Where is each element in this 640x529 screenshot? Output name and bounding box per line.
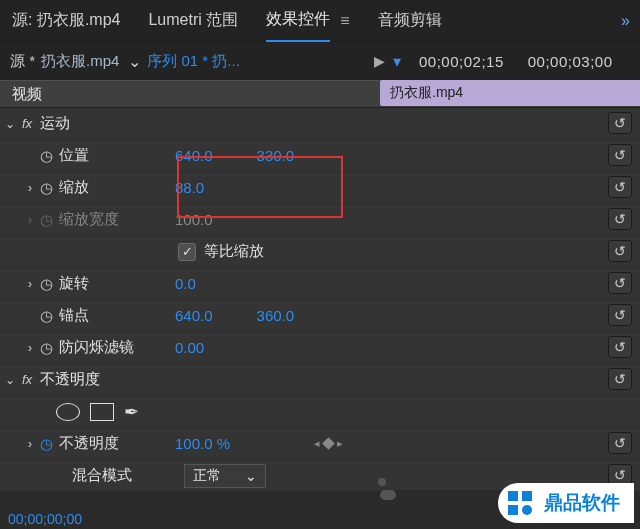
reset-uniform-button[interactable]: ↺ [608, 240, 632, 262]
source-clip-name[interactable]: 扔衣服.mp4 [41, 52, 119, 71]
scrollbar-thumb[interactable] [380, 490, 396, 500]
uniform-scale-label: 等比缩放 [204, 242, 264, 261]
reset-position-button[interactable]: ↺ [608, 144, 632, 166]
opacity-input[interactable]: 100.0 % [171, 433, 234, 454]
stopwatch-icon[interactable]: ◷ [40, 275, 53, 293]
twirl-motion[interactable] [0, 117, 20, 131]
stopwatch-icon: ◷ [40, 211, 53, 229]
blend-mode-select[interactable]: 正常 ⌄ [184, 464, 266, 488]
effect-opacity[interactable]: 不透明度 [40, 370, 100, 389]
anchor-x-input[interactable]: 640.0 [171, 305, 217, 326]
keyframe-nav[interactable]: ◂ ▸ [314, 437, 343, 450]
chevron-down-icon: ⌄ [245, 468, 257, 484]
sequence-caret-icon[interactable]: ⌄ [119, 52, 141, 71]
watermark-logo-icon [508, 491, 534, 515]
twirl-opacity[interactable] [20, 437, 40, 451]
reset-scale-width-button[interactable]: ↺ [608, 208, 632, 230]
twirl-flicker[interactable] [20, 341, 40, 355]
timecode-1: 00;00;02;15 [419, 53, 504, 70]
timecode-2: 00;00;03;00 [528, 53, 613, 70]
flicker-input[interactable]: 0.00 [171, 337, 208, 358]
position-x-input[interactable]: 640.0 [171, 145, 217, 166]
prop-anchor-label: 锚点 [59, 306, 171, 325]
twirl-scale[interactable] [20, 181, 40, 195]
stopwatch-icon[interactable]: ◷ [40, 339, 53, 357]
overflow-button[interactable]: » [621, 12, 640, 30]
prop-position-label: 位置 [59, 146, 171, 165]
position-y-input[interactable]: 330.0 [253, 145, 299, 166]
rotation-input[interactable]: 0.0 [171, 273, 200, 294]
tab-effect-controls[interactable]: 效果控件 [266, 0, 330, 42]
fx-badge: fx [22, 116, 32, 131]
stopwatch-icon[interactable]: ◷ [40, 307, 53, 325]
prop-scale-label: 缩放 [59, 178, 171, 197]
playhead-icon[interactable]: ▶ [374, 53, 385, 69]
effect-motion[interactable]: 运动 [40, 114, 70, 133]
fx-badge: fx [22, 372, 32, 387]
svg-point-3 [522, 505, 532, 515]
reset-motion-button[interactable]: ↺ [608, 112, 632, 134]
scale-input[interactable]: 88.0 [171, 177, 208, 198]
add-keyframe-icon[interactable] [322, 437, 335, 450]
svg-rect-2 [508, 505, 518, 515]
prop-opacity-label: 不透明度 [59, 434, 171, 453]
prop-scale-width-label: 缩放宽度 [59, 210, 171, 229]
prop-flicker-label: 防闪烁滤镜 [59, 338, 171, 357]
scroll-handle-icon[interactable] [378, 478, 386, 486]
prop-rotation-label: 旋转 [59, 274, 171, 293]
stopwatch-icon[interactable]: ◷ [40, 179, 53, 197]
reset-opacity-button[interactable]: ↺ [608, 432, 632, 454]
mask-rectangle-button[interactable] [90, 403, 114, 421]
anchor-y-input[interactable]: 360.0 [253, 305, 299, 326]
twirl-opacity-group[interactable] [0, 373, 20, 387]
stopwatch-icon[interactable]: ◷ [40, 435, 53, 453]
timeline-clip[interactable]: 扔衣服.mp4 [380, 80, 640, 106]
reset-scale-button[interactable]: ↺ [608, 176, 632, 198]
video-section-label: 视频 [12, 85, 42, 104]
tab-lumetri[interactable]: Lumetri 范围 [148, 0, 238, 41]
stopwatch-icon[interactable]: ◷ [40, 147, 53, 165]
watermark-badge: 鼎品软件 [498, 483, 634, 523]
prop-blend-label: 混合模式 [72, 466, 172, 485]
svg-rect-0 [508, 491, 518, 501]
reset-anchor-button[interactable]: ↺ [608, 304, 632, 326]
current-time-display[interactable]: 00;00;00;00 [8, 511, 82, 527]
tab-source[interactable]: 源: 扔衣服.mp4 [12, 0, 120, 41]
sequence-name[interactable]: 序列 01 * 扔... [147, 52, 240, 71]
svg-rect-1 [522, 491, 532, 501]
blend-mode-value: 正常 [193, 467, 221, 485]
reset-opacity-group-button[interactable]: ↺ [608, 368, 632, 390]
reset-rotation-button[interactable]: ↺ [608, 272, 632, 294]
twirl-scale-width [20, 213, 40, 227]
panel-menu-icon[interactable]: ≡ [340, 12, 349, 30]
scale-width-input: 100.0 [171, 209, 217, 230]
tab-audio[interactable]: 音频剪辑 [378, 0, 442, 41]
playhead-marker-icon[interactable]: ▾ [393, 52, 401, 71]
uniform-scale-checkbox[interactable]: ✓ [178, 243, 196, 261]
watermark-text: 鼎品软件 [544, 490, 620, 516]
reset-flicker-button[interactable]: ↺ [608, 336, 632, 358]
timeline-clip-label: 扔衣服.mp4 [390, 84, 463, 102]
mask-pen-button[interactable]: ✒ [124, 401, 139, 423]
twirl-rotation[interactable] [20, 277, 40, 291]
source-prefix: 源 * [0, 52, 41, 71]
mask-ellipse-button[interactable] [56, 403, 80, 421]
